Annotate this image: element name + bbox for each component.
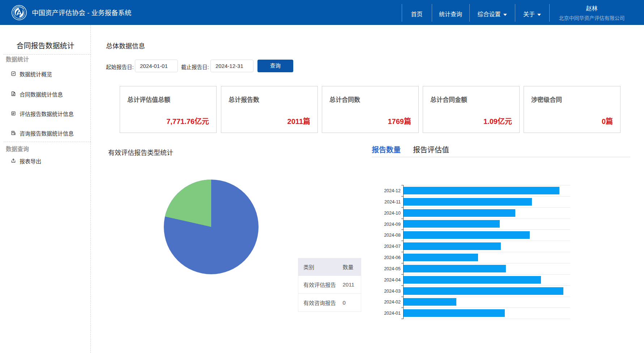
svg-text:2024-12: 2024-12 (384, 188, 401, 193)
svg-text:2024-03: 2024-03 (384, 289, 401, 294)
svg-text:2024-11: 2024-11 (384, 199, 401, 205)
svg-text:2024-09: 2024-09 (384, 222, 401, 227)
svg-text:2024-02: 2024-02 (384, 300, 401, 305)
svg-text:2024-04: 2024-04 (384, 277, 401, 283)
svg-text:2024-08: 2024-08 (384, 233, 401, 238)
svg-text:2024-05: 2024-05 (384, 266, 401, 271)
svg-text:2024-06: 2024-06 (384, 255, 401, 260)
svg-text:2024-01: 2024-01 (384, 311, 401, 316)
svg-text:2024-10: 2024-10 (384, 211, 401, 216)
svg-text:2024-07: 2024-07 (384, 244, 401, 249)
